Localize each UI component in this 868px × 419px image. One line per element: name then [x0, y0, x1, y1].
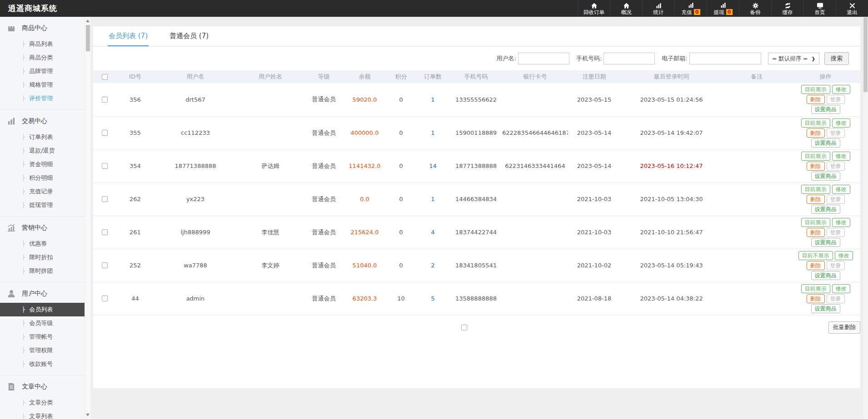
set-goods-button[interactable]: 设置商品 — [811, 271, 840, 280]
topnav-item-3[interactable]: 统计 — [642, 0, 674, 17]
delete-button[interactable]: 删除 — [807, 261, 825, 270]
batch-delete-button[interactable]: 批量删除 — [828, 321, 860, 334]
modify-button[interactable]: 修改 — [835, 251, 853, 260]
orders-link[interactable]: 1 — [431, 129, 434, 136]
display-toggle-button[interactable]: 目前展示 — [801, 284, 830, 293]
delete-button[interactable]: 删除 — [807, 128, 825, 138]
set-goods-button[interactable]: 设置商品 — [811, 205, 840, 214]
page-scrollbar-thumb[interactable] — [863, 17, 868, 92]
row-checkbox[interactable] — [102, 229, 108, 235]
display-toggle-button[interactable]: 目前展示 — [801, 218, 830, 227]
row-checkbox[interactable] — [102, 296, 108, 301]
row-checkbox[interactable] — [102, 262, 108, 268]
sidebar-item[interactable]: ├文章分类 — [0, 396, 85, 409]
orders-link[interactable]: 1 — [431, 196, 434, 202]
modify-button[interactable]: 修改 — [832, 85, 850, 94]
orders-link[interactable]: 14 — [429, 163, 437, 169]
orders-link[interactable]: 2 — [431, 262, 434, 269]
scroll-up-arrow-icon[interactable] — [86, 20, 90, 22]
sidebar-item[interactable]: ├管理帐号 — [0, 330, 85, 344]
topnav-item-4[interactable]: 充值0 — [674, 0, 707, 17]
topnav-item-8[interactable]: 首页 — [803, 0, 836, 17]
orders-link[interactable]: 4 — [431, 229, 434, 236]
sidebar-item[interactable]: ├充值记录 — [0, 185, 85, 198]
orders-link[interactable]: 1 — [431, 96, 434, 103]
sidebar-item[interactable]: ├品牌管理 — [0, 64, 85, 78]
sidebar-item[interactable]: ├管理权限 — [0, 344, 85, 357]
sidebar-item[interactable]: ├商品分类 — [0, 51, 85, 64]
delete-button[interactable]: 删除 — [807, 162, 825, 171]
set-goods-button[interactable]: 设置商品 — [811, 304, 840, 313]
sidebar-item[interactable]: ├限时拼团 — [0, 264, 85, 278]
topnav-item-5[interactable]: 提现0 — [707, 0, 739, 17]
delete-button[interactable]: 删除 — [807, 95, 825, 104]
sidebar-item[interactable]: ├积分明细 — [0, 171, 85, 185]
display-toggle-button[interactable]: 目前不展示 — [798, 251, 833, 260]
tab-1[interactable]: 会员列表 (7) — [108, 26, 149, 46]
modify-button[interactable]: 修改 — [832, 152, 850, 161]
topnav-item-7[interactable]: 缓存 — [771, 0, 803, 17]
delete-button[interactable]: 删除 — [807, 228, 825, 237]
login-button[interactable]: 登录 — [827, 195, 845, 204]
modify-button[interactable]: 修改 — [832, 284, 850, 293]
modify-button[interactable]: 修改 — [832, 185, 850, 194]
sidebar-item[interactable]: ├评价管理 — [0, 92, 85, 105]
display-toggle-button[interactable]: 目前展示 — [801, 118, 830, 128]
search-field-input-2[interactable] — [604, 53, 655, 64]
tab-2[interactable]: 普通会员 (7) — [169, 26, 210, 46]
sidebar-item[interactable]: ├收款账号 — [0, 357, 85, 371]
row-checkbox[interactable] — [102, 97, 108, 103]
login-button[interactable]: 登录 — [827, 261, 845, 270]
delete-button[interactable]: 删除 — [807, 195, 825, 204]
topnav-item-1[interactable]: 回收订单 — [578, 0, 610, 17]
sidebar-scrollbar[interactable] — [85, 17, 90, 419]
set-goods-button[interactable]: 设置商品 — [811, 138, 840, 148]
sidebar-section-title[interactable]: 商品中心 — [0, 19, 85, 37]
modify-button[interactable]: 修改 — [832, 118, 850, 128]
search-field-input-3[interactable] — [689, 53, 761, 64]
sidebar-item[interactable]: ├订单列表 — [0, 130, 85, 144]
sidebar-item[interactable]: ├商品列表 — [0, 37, 85, 51]
display-toggle-button[interactable]: 目前展示 — [801, 185, 830, 194]
select-all-bottom-checkbox[interactable] — [461, 325, 467, 330]
row-checkbox[interactable] — [102, 196, 108, 202]
sidebar-item[interactable]: ├提现管理 — [0, 198, 85, 212]
sidebar-section-title[interactable]: 交易中心 — [0, 112, 85, 130]
search-field-input-1[interactable] — [518, 53, 569, 64]
search-button[interactable]: 搜索 — [824, 52, 849, 65]
scroll-down-arrow-icon[interactable] — [86, 414, 90, 416]
topnav-item-9[interactable]: 退出 — [836, 0, 868, 17]
display-toggle-button[interactable]: 目前展示 — [801, 85, 830, 94]
sidebar-item[interactable]: ├会员等级 — [0, 316, 85, 330]
sidebar-item[interactable]: ├限时折扣 — [0, 251, 85, 264]
page-scrollbar[interactable] — [862, 17, 868, 419]
login-button[interactable]: 登录 — [827, 294, 845, 303]
set-goods-button[interactable]: 设置商品 — [811, 105, 840, 114]
orders-link[interactable]: 5 — [431, 295, 434, 302]
row-checkbox[interactable] — [102, 130, 108, 136]
topnav-item-6[interactable]: 备份 — [739, 0, 771, 17]
sidebar-item[interactable]: ├资金明细 — [0, 158, 85, 171]
modify-button[interactable]: 修改 — [832, 218, 850, 227]
display-toggle-button[interactable]: 目前展示 — [801, 152, 830, 161]
row-checkbox[interactable] — [102, 163, 108, 169]
sidebar-item[interactable]: ├优惠券 — [0, 237, 85, 251]
sidebar-section-title[interactable]: 营销中心 — [0, 219, 85, 237]
set-goods-button[interactable]: 设置商品 — [811, 172, 840, 181]
sidebar-item[interactable]: ├会员列表 — [0, 303, 85, 316]
topnav-item-2[interactable]: 概况 — [610, 0, 642, 17]
delete-button[interactable]: 删除 — [807, 294, 825, 303]
sidebar-scrollbar-thumb[interactable] — [86, 25, 90, 51]
sidebar-item[interactable]: ├退款/退货 — [0, 144, 85, 158]
login-button[interactable]: 登录 — [827, 162, 845, 171]
sidebar-item[interactable]: ├规格管理 — [0, 78, 85, 92]
sidebar-section-title[interactable]: 用户中心 — [0, 285, 85, 303]
sidebar-item[interactable]: ├文章列表 — [0, 409, 85, 419]
select-all-checkbox[interactable] — [102, 74, 108, 80]
login-button[interactable]: 登录 — [827, 95, 845, 104]
sidebar-section-title[interactable]: 文章中心 — [0, 378, 85, 396]
sort-select[interactable]: = 默认排序 = ❯︎ — [768, 53, 819, 64]
login-button[interactable]: 登录 — [827, 128, 845, 138]
set-goods-button[interactable]: 设置商品 — [811, 238, 840, 247]
login-button[interactable]: 登录 — [827, 228, 845, 237]
